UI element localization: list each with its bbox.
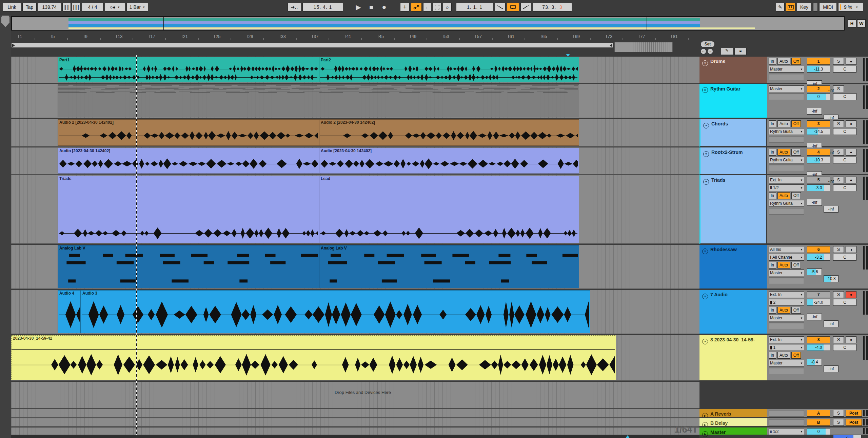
- monitor-auto-button[interactable]: Auto: [777, 120, 790, 127]
- volume-display[interactable]: -10.3: [807, 157, 830, 163]
- track-lane-drums[interactable]: Part1Part2: [11, 57, 699, 83]
- prev-marker-button[interactable]: ←: [701, 48, 706, 54]
- monitor-auto-button[interactable]: Auto: [777, 149, 790, 156]
- link-button[interactable]: Link: [3, 3, 21, 12]
- track-header-drums[interactable]: ▼Drums: [699, 57, 767, 83]
- monitor-auto-button[interactable]: Auto: [777, 262, 790, 268]
- cue-volume-display[interactable]: 0: [833, 435, 862, 438]
- track-fold-icon[interactable]: ▼: [703, 151, 709, 157]
- clip[interactable]: Part2: [319, 57, 579, 82]
- pan-dial[interactable]: C: [833, 93, 856, 100]
- solo-button[interactable]: S: [833, 177, 844, 183]
- send-meter-display[interactable]: -inf: [824, 365, 839, 372]
- track-lane-rythm-guitar[interactable]: [11, 84, 699, 118]
- volume-display[interactable]: 0: [807, 93, 830, 100]
- track-fold-icon[interactable]: ▼: [703, 123, 709, 128]
- routing-select[interactable]: ii 1/2▼: [769, 428, 804, 435]
- record-button[interactable]: ●: [378, 3, 390, 12]
- pan-dial[interactable]: C: [833, 254, 856, 261]
- quantize-menu[interactable]: 1 Bar▼: [126, 3, 148, 12]
- monitor-off-button[interactable]: Off: [791, 262, 801, 268]
- midi-map-button[interactable]: MIDI: [819, 3, 837, 12]
- track-number-button[interactable]: 2: [807, 85, 830, 92]
- track-fold-icon[interactable]: ▼: [702, 60, 708, 66]
- routing-select[interactable]: Master▼: [769, 270, 804, 276]
- track-fold-icon[interactable]: ▼: [702, 294, 708, 299]
- monitor-in-button[interactable]: In: [769, 120, 776, 127]
- routing-select[interactable]: Master▼: [769, 360, 804, 366]
- monitor-in-button[interactable]: In: [769, 58, 776, 65]
- routing-select[interactable]: Rythm Guita▼: [769, 200, 804, 207]
- return-play-icon[interactable]: ▶: [702, 413, 708, 419]
- track-number-button[interactable]: 5: [807, 177, 830, 183]
- arm-button[interactable]: ●: [846, 291, 856, 298]
- routing-select[interactable]: Master▼: [769, 85, 804, 92]
- track-fold-icon[interactable]: ▼: [702, 339, 708, 344]
- monitor-off-button[interactable]: Off: [791, 192, 801, 199]
- arm-button[interactable]: ●: [846, 177, 856, 183]
- routing-select[interactable]: ‖1/2▼: [769, 184, 804, 191]
- optimize-height-button[interactable]: H: [848, 19, 856, 27]
- return-play-icon[interactable]: ▶: [702, 422, 708, 428]
- clip[interactable]: Audio [2023-04-30 142402]: [58, 148, 319, 174]
- track-name[interactable]: Master: [710, 430, 726, 435]
- track-number-button[interactable]: 6: [807, 246, 830, 253]
- clip[interactable]: [58, 84, 579, 117]
- track-header-rhodessaw[interactable]: ▼Rhodessaw: [699, 245, 767, 289]
- track-header-rythm-guitar[interactable]: ≡Rythm Guitar: [699, 84, 767, 118]
- monitor-in-button[interactable]: In: [769, 352, 776, 359]
- loop-start-display[interactable]: 1. 1. 1: [456, 3, 493, 12]
- clip[interactable]: Audio 4: [58, 290, 81, 333]
- follow-button[interactable]: ➔‥: [288, 3, 301, 12]
- tap-tempo-button[interactable]: Tap: [22, 3, 37, 12]
- arrangement-overview[interactable]: [11, 16, 845, 31]
- send-meter-display[interactable]: -8.4: [807, 359, 822, 365]
- track-header-8-2023-04-30-14-59-[interactable]: ▼8 2023-04-30_14-59-: [699, 335, 767, 381]
- session-record-button[interactable]: ○: [443, 3, 452, 12]
- track-header-b-delay[interactable]: ▶B Delay: [699, 418, 767, 427]
- track-header-7-audio[interactable]: ▼7 Audio: [699, 290, 767, 334]
- pan-dial[interactable]: C: [833, 299, 856, 306]
- loop-length-display[interactable]: 73. 3. 3: [533, 3, 572, 12]
- punch-out-button[interactable]: [520, 3, 531, 12]
- monitor-off-button[interactable]: Off: [791, 149, 801, 156]
- back-to-arrangement-button[interactable]: ←: [423, 3, 431, 12]
- clip[interactable]: Audio [2023-04-30 142402]: [319, 148, 579, 174]
- routing-select[interactable]: ▮1▼: [769, 344, 804, 351]
- track-name[interactable]: Rhodessaw: [710, 247, 737, 252]
- arm-button[interactable]: ◑: [846, 246, 856, 253]
- track-header-a-reverb[interactable]: ▶A Reverb: [699, 409, 767, 418]
- routing-select[interactable]: Ext. In▼: [769, 336, 804, 343]
- return-play-icon[interactable]: ▶: [702, 431, 708, 437]
- volume-display[interactable]: -3.2: [807, 254, 830, 261]
- monitor-off-button[interactable]: Off: [791, 307, 801, 314]
- routing-select[interactable]: Rythm Guita▼: [769, 128, 804, 135]
- solo-button[interactable]: S: [833, 291, 844, 298]
- next-marker-button[interactable]: →: [707, 48, 713, 54]
- pan-dial[interactable]: C: [833, 344, 856, 351]
- draw-mode-button[interactable]: ✎: [776, 3, 785, 12]
- track-lane-rhodessaw[interactable]: Analog Lab VAnalog Lab V: [11, 245, 699, 289]
- solo-button[interactable]: S: [833, 58, 844, 65]
- routing-select[interactable]: All Ins▼: [769, 246, 804, 253]
- solo-button[interactable]: S: [833, 85, 844, 92]
- track-name[interactable]: Rootx2-Strum: [711, 150, 743, 155]
- draw-region-button[interactable]: [433, 3, 441, 12]
- arm-button[interactable]: ●: [846, 120, 856, 127]
- clip[interactable]: Part1: [58, 57, 319, 82]
- send-meter-display[interactable]: -10.3: [824, 275, 839, 282]
- optimize-width-button[interactable]: W: [857, 19, 866, 27]
- send-meter-display[interactable]: -inf: [807, 108, 822, 115]
- loop-button[interactable]: [507, 3, 519, 12]
- stop-button[interactable]: ■: [366, 3, 377, 12]
- routing-select[interactable]: Rythm Guita▼: [769, 157, 804, 163]
- track-number-button[interactable]: 1: [807, 58, 830, 65]
- solo-button[interactable]: S: [833, 149, 844, 156]
- track-name[interactable]: 8 2023-04-30_14-59-: [710, 337, 755, 342]
- new-midi-button[interactable]: +: [400, 3, 410, 12]
- track-number-button[interactable]: A: [807, 410, 830, 417]
- monitor-auto-button[interactable]: Auto: [777, 192, 790, 199]
- track-lane-b-delay[interactable]: [11, 418, 699, 427]
- pan-dial[interactable]: C: [833, 66, 856, 73]
- monitor-auto-button[interactable]: Auto: [777, 58, 790, 65]
